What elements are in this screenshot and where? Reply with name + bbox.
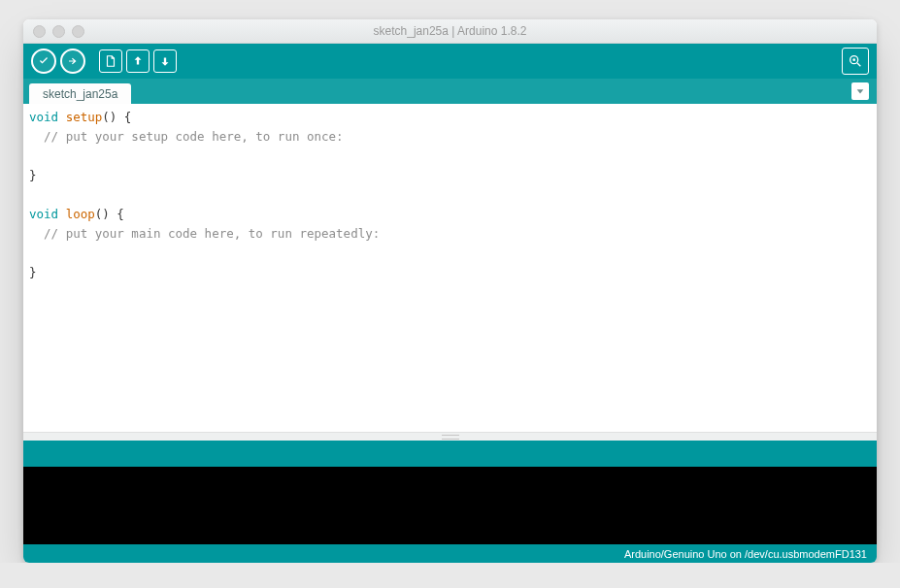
window-controls <box>33 25 84 38</box>
message-bar <box>23 441 877 467</box>
code-text: () { <box>102 110 131 124</box>
check-icon <box>38 55 50 67</box>
board-port-label: Arduino/Genuino Uno on /dev/cu.usbmodemF… <box>624 548 867 560</box>
arduino-ide-window: sketch_jan25a | Arduino 1.8.2 sketch <box>23 19 877 563</box>
toolbar <box>23 44 877 79</box>
arrow-up-icon <box>131 54 145 68</box>
code-editor[interactable]: void setup() { // put your setup code he… <box>23 104 877 432</box>
tab-strip: sketch_jan25a <box>23 79 877 104</box>
function-name: loop <box>66 207 95 221</box>
code-text: } <box>29 265 37 279</box>
keyword: void <box>29 110 58 124</box>
chevron-down-icon <box>855 86 865 96</box>
footer-bar: Arduino/Genuino Uno on /dev/cu.usbmodemF… <box>23 544 877 563</box>
arrow-right-icon <box>67 55 79 67</box>
open-sketch-button[interactable] <box>126 49 150 73</box>
keyword: void <box>29 207 58 221</box>
code-text: () { <box>95 207 124 221</box>
magnifier-icon <box>848 53 863 69</box>
window-title: sketch_jan25a | Arduino 1.8.2 <box>23 24 877 38</box>
close-traffic-light[interactable] <box>33 25 46 38</box>
minimize-traffic-light[interactable] <box>52 25 65 38</box>
code-text: } <box>29 168 37 182</box>
editor-console-splitter[interactable] <box>23 432 877 441</box>
save-sketch-button[interactable] <box>153 49 177 73</box>
sketch-tab[interactable]: sketch_jan25a <box>29 83 131 104</box>
zoom-traffic-light[interactable] <box>72 25 84 38</box>
serial-monitor-button[interactable] <box>842 48 869 75</box>
titlebar: sketch_jan25a | Arduino 1.8.2 <box>23 19 877 44</box>
console-output[interactable] <box>23 467 877 544</box>
function-name: setup <box>66 110 103 124</box>
upload-button[interactable] <box>60 49 85 74</box>
verify-button[interactable] <box>31 49 56 74</box>
comment: // put your setup code here, to run once… <box>29 129 344 144</box>
comment: // put your main code here, to run repea… <box>29 226 380 241</box>
new-sketch-button[interactable] <box>99 49 122 73</box>
tab-menu-button[interactable] <box>851 82 869 100</box>
file-icon <box>104 54 117 68</box>
svg-point-1 <box>852 58 855 61</box>
arrow-down-icon <box>158 54 172 68</box>
